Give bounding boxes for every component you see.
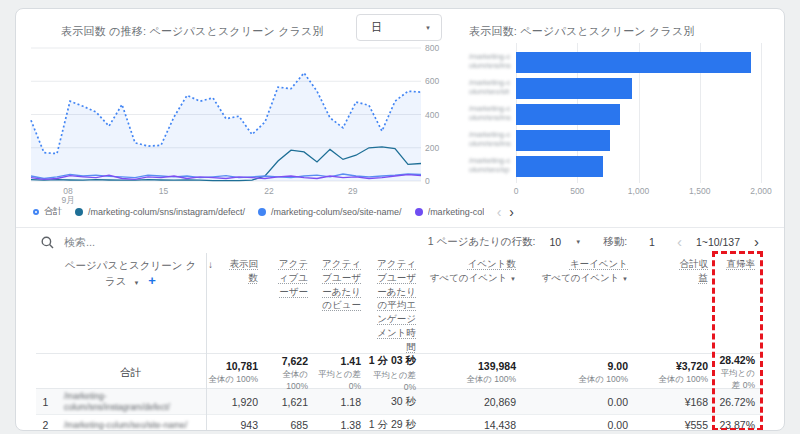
column-header-bounce-rate[interactable]: 直帰率 — [714, 257, 761, 271]
table-row[interactable]: 1 /marketing-colum/sns/instagram/defect/… — [36, 389, 761, 415]
bar-category-label: /marketing-colum/sns/insta… — [469, 104, 516, 124]
chevron-down-icon[interactable]: ▼ — [622, 276, 628, 282]
bar-row: /marketing-colum/sns/insta… — [469, 101, 766, 127]
bar-row: /marketing-colum/sns/insta… — [469, 127, 766, 153]
series-dot-icon — [75, 208, 83, 216]
column-header-engagement-time[interactable]: アクティブユーザーあたりの平均エンゲージメント時間 — [367, 257, 422, 353]
column-header-total-revenue[interactable]: 合計収益 — [634, 257, 714, 285]
series-dot-icon — [258, 208, 266, 216]
goto-label: 移動: — [603, 235, 627, 249]
column-header-views[interactable]: ↓ 表示回数 — [206, 257, 264, 285]
legend-item-series2[interactable]: /marketing-colum/seo/site-name/ — [258, 207, 402, 217]
page-path: /marketing-colum/seo/site-name/ — [61, 420, 201, 431]
bar-chart-title: 表示回数: ページパスとスクリーン クラス別 — [469, 24, 695, 39]
search-placeholder: 検索... — [64, 235, 95, 250]
sort-descending-icon: ↓ — [208, 258, 213, 273]
data-table: ページパスとスクリーン クラス ▼ + ↓ 表示回数 アクティブユーザー アクテ… — [36, 253, 761, 431]
series-dot-icon — [415, 208, 423, 216]
dimension-header[interactable]: ページパスとスクリーン クラス ▼ + — [61, 257, 206, 289]
column-header-views-per-user[interactable]: アクティブユーザーあたりのビュー — [314, 257, 367, 312]
add-dimension-button[interactable]: + — [148, 273, 156, 288]
legend-prev-icon: ‹ — [497, 207, 502, 217]
rows-per-page-select[interactable]: 10 — [550, 236, 562, 248]
table-column-divider — [206, 253, 207, 430]
line-chart-svg — [31, 46, 421, 183]
table-pagination: 1 ページあたりの行数: 10 ▼ 移動: 1 ‹ 1~10/137 › — [428, 231, 759, 253]
table-search[interactable]: 検索... — [41, 231, 95, 253]
bar-category-label: /marketing-colum/sns/insta… — [469, 52, 516, 72]
column-header-active-users[interactable]: アクティブユーザー — [264, 257, 314, 298]
series-dot-icon — [33, 209, 39, 215]
table-totals-row: 合計 10,781全体の 100% 7,622全体の 100% 1.41平均との… — [36, 353, 761, 389]
bar-row: /marketing-colum/seo/site-n… — [469, 75, 766, 101]
chevron-down-icon[interactable]: ▼ — [510, 276, 516, 282]
bar-category-label: /marketing-colum/seo/site-n… — [469, 78, 516, 98]
totals-label: 合計 — [61, 366, 206, 380]
bar-row: /marketing-colum/seo/specif… — [469, 153, 766, 179]
search-icon — [41, 236, 54, 249]
line-chart-y-axis: 8006004002000 — [425, 46, 455, 183]
table-row[interactable]: 2 /marketing-colum/seo/site-name/ 943 68… — [36, 415, 761, 431]
bar-category-label: /marketing-colum/seo/specif… — [469, 156, 516, 176]
interval-dropdown-value: 日 — [371, 20, 382, 35]
legend-item-series1[interactable]: /marketing-colum/sns/instagram/defect/ — [75, 207, 245, 217]
bar-row: /marketing-colum/sns/insta… — [469, 49, 766, 75]
bar-chart: /marketing-colum/sns/insta… /marketing-c… — [469, 49, 766, 181]
interval-dropdown[interactable]: 日 ▼ — [356, 14, 442, 41]
next-page-icon[interactable]: › — [754, 237, 759, 247]
chevron-down-icon: ▼ — [425, 25, 431, 31]
bar[interactable] — [516, 104, 620, 125]
bar[interactable] — [516, 78, 632, 99]
bar-chart-x-axis: 05001,0001,5002,000 — [516, 186, 761, 198]
page-range: 1~10/137 — [696, 236, 740, 248]
bar[interactable] — [516, 52, 751, 73]
report-card: 表示回数 の推移: ページパスとスクリーン クラス別 日 ▼ 800600400… — [15, 8, 785, 431]
line-chart-legend: 合計 /marketing-colum/sns/instagram/defect… — [33, 205, 435, 218]
analytics-report-page: { "line_panel": { "title": "表示回数 の推移: ペー… — [0, 0, 800, 434]
column-header-event-count[interactable]: イベント数 すべてのイベント ▼ — [422, 257, 522, 285]
page-path: /marketing-colum/sns/instagram/defect/ — [61, 391, 201, 412]
line-chart-x-axis: 089月152229 — [31, 186, 421, 206]
goto-page-value[interactable]: 1 — [649, 236, 655, 248]
line-chart-title: 表示回数 の推移: ページパスとスクリーン クラス別 — [61, 24, 324, 39]
table-header-row: ページパスとスクリーン クラス ▼ + ↓ 表示回数 アクティブユーザー アクテ… — [36, 253, 761, 353]
legend-next-icon[interactable]: › — [509, 207, 514, 217]
line-chart-plot — [31, 46, 421, 183]
bar[interactable] — [516, 130, 610, 151]
legend-item-series3[interactable]: /marketing-colum/sns/insta — [415, 207, 484, 217]
bar-category-label: /marketing-colum/sns/insta… — [469, 130, 516, 150]
bar[interactable] — [516, 156, 603, 177]
prev-page-icon: ‹ — [677, 237, 682, 247]
legend-item-total[interactable]: 合計 — [33, 205, 62, 218]
rows-per-page-label: 1 ページあたりの行数: — [428, 235, 536, 249]
column-header-key-events[interactable]: キーイベント すべてのイベント ▼ — [522, 257, 634, 285]
chevron-down-icon[interactable]: ▼ — [575, 239, 581, 245]
section-divider — [16, 227, 784, 228]
chevron-down-icon[interactable]: ▼ — [133, 280, 139, 286]
